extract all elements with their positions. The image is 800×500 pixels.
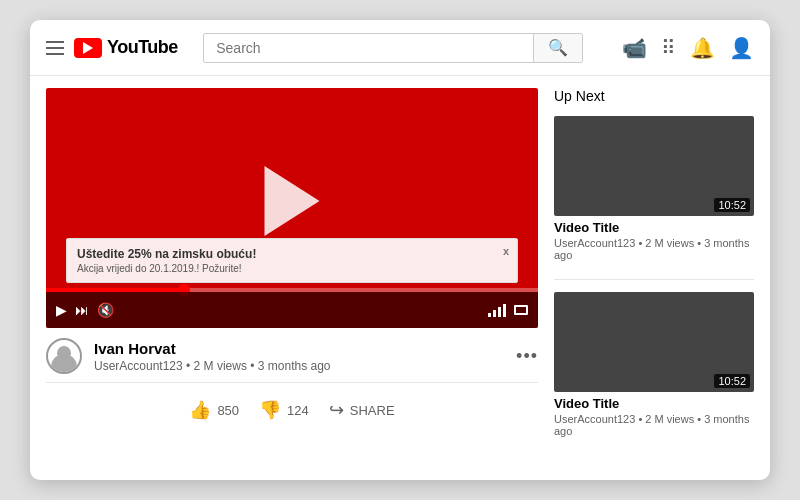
share-button[interactable]: ↪ SHARE	[329, 399, 395, 421]
thumbs-down-icon: 👎	[259, 399, 281, 421]
video-thumbnail-2[interactable]: 10:52	[554, 292, 754, 392]
like-count: 850	[217, 403, 239, 418]
video-title-2: Video Title	[554, 396, 754, 411]
play-ctrl-icon[interactable]: ▶	[56, 302, 67, 318]
volume-bars-icon	[488, 303, 506, 317]
video-info-1: Video Title UserAccount123 • 2 M views •…	[554, 220, 754, 261]
nav-left: YouTube	[46, 37, 178, 58]
ad-overlay: Uštedite 25% na zimsku obuću! Akcija vri…	[66, 238, 518, 283]
ad-close-button[interactable]: x	[503, 245, 509, 257]
channel-name: Ivan Horvat	[94, 340, 504, 357]
controls-bar: ▶ ⏭ 🔇	[46, 292, 538, 328]
actions-row: 👍 850 👎 124 ↪ SHARE	[46, 393, 538, 421]
up-next-label: Up Next	[554, 88, 754, 104]
channel-text: Ivan Horvat UserAccount123 • 2 M views •…	[94, 340, 504, 373]
youtube-wordmark: YouTube	[107, 37, 178, 58]
avatar	[46, 338, 82, 374]
ctrl-right	[488, 303, 528, 317]
thumbs-up-icon: 👍	[189, 399, 211, 421]
dislike-count: 124	[287, 403, 309, 418]
video-duration-1: 10:52	[714, 198, 750, 212]
channel-info: Ivan Horvat UserAccount123 • 2 M views •…	[46, 338, 538, 383]
video-meta-1: UserAccount123 • 2 M views • 3 months ag…	[554, 237, 754, 261]
channel-meta: UserAccount123 • 2 M views • 3 months ag…	[94, 359, 504, 373]
suggested-video-1: 10:52 Video Title UserAccount123 • 2 M v…	[554, 116, 754, 261]
suggested-video-2: 10:52 Video Title UserAccount123 • 2 M v…	[554, 292, 754, 437]
share-label: SHARE	[350, 403, 395, 418]
browser-window: YouTube 🔍 📹 ⠿ 🔔 👤 Uštedite 25% na zimsku…	[30, 20, 770, 480]
sidebar: Up Next 10:52 Video Title UserAccount123…	[554, 88, 754, 468]
youtube-logo[interactable]: YouTube	[74, 37, 178, 58]
dislike-button[interactable]: 👎 124	[259, 399, 309, 421]
mute-ctrl-icon[interactable]: 🔇	[97, 302, 114, 318]
apps-grid-icon[interactable]: ⠿	[661, 36, 676, 60]
video-meta-2: UserAccount123 • 2 M views • 3 months ag…	[554, 413, 754, 437]
divider	[554, 279, 754, 280]
video-section: Uštedite 25% na zimsku obuću! Akcija vri…	[46, 88, 538, 468]
search-bar: 🔍	[203, 33, 583, 63]
video-player[interactable]: Uštedite 25% na zimsku obuću! Akcija vri…	[46, 88, 538, 328]
video-duration-2: 10:52	[714, 374, 750, 388]
hamburger-menu-icon[interactable]	[46, 41, 64, 55]
ad-title: Uštedite 25% na zimsku obuću!	[77, 247, 493, 261]
play-button-icon	[265, 166, 320, 236]
more-options-icon[interactable]: •••	[516, 346, 538, 367]
fullscreen-icon[interactable]	[514, 305, 528, 315]
search-button[interactable]: 🔍	[533, 34, 582, 62]
video-info-2: Video Title UserAccount123 • 2 M views •…	[554, 396, 754, 437]
share-icon: ↪	[329, 399, 344, 421]
video-thumbnail-1[interactable]: 10:52	[554, 116, 754, 216]
camera-icon[interactable]: 📹	[622, 36, 647, 60]
ad-subtitle: Akcija vrijedi do 20.1.2019.! Požurite!	[77, 263, 493, 274]
user-account-icon[interactable]: 👤	[729, 36, 754, 60]
youtube-icon	[74, 38, 102, 58]
video-title-1: Video Title	[554, 220, 754, 235]
next-ctrl-icon[interactable]: ⏭	[75, 302, 89, 318]
navbar: YouTube 🔍 📹 ⠿ 🔔 👤	[30, 20, 770, 76]
notifications-bell-icon[interactable]: 🔔	[690, 36, 715, 60]
nav-right: 📹 ⠿ 🔔 👤	[622, 36, 754, 60]
search-input[interactable]	[204, 34, 533, 62]
main-content: Uštedite 25% na zimsku obuću! Akcija vri…	[30, 76, 770, 480]
like-button[interactable]: 👍 850	[189, 399, 239, 421]
